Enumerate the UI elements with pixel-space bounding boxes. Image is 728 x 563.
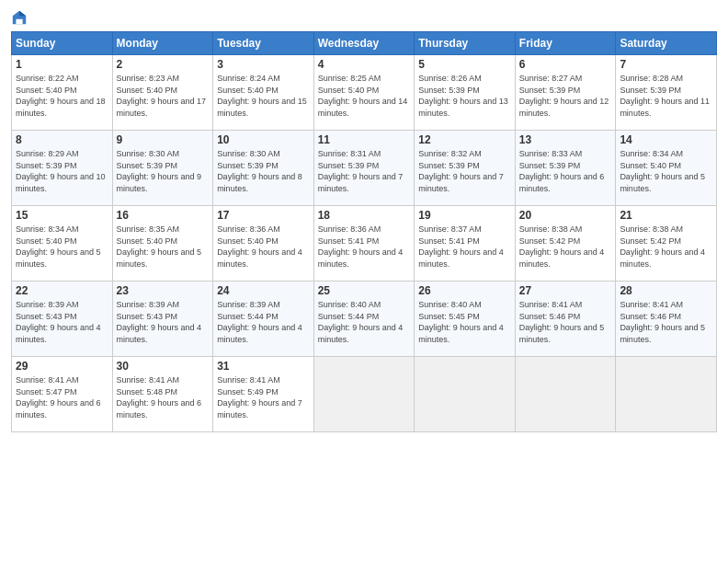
header-row: SundayMondayTuesdayWednesdayThursdayFrid… [12,32,717,55]
day-info: Sunrise: 8:41 AMSunset: 5:49 PMDaylight:… [217,374,310,420]
day-cell: 21 Sunrise: 8:38 AMSunset: 5:42 PMDaylig… [616,206,717,282]
col-header-saturday: Saturday [616,32,717,55]
day-cell: 15 Sunrise: 8:34 AMSunset: 5:40 PMDaylig… [12,206,113,282]
day-cell: 20 Sunrise: 8:38 AMSunset: 5:42 PMDaylig… [515,206,616,282]
day-info: Sunrise: 8:27 AMSunset: 5:39 PMDaylight:… [519,73,612,119]
day-number: 15 [16,209,108,222]
day-cell: 30 Sunrise: 8:41 AMSunset: 5:48 PMDaylig… [112,357,213,432]
day-cell: 3 Sunrise: 8:24 AMSunset: 5:40 PMDayligh… [213,55,314,131]
day-info: Sunrise: 8:22 AMSunset: 5:40 PMDaylight:… [16,73,108,119]
day-info: Sunrise: 8:30 AMSunset: 5:39 PMDaylight:… [217,148,310,194]
day-info: Sunrise: 8:34 AMSunset: 5:40 PMDaylight:… [620,148,712,194]
day-cell: 13 Sunrise: 8:33 AMSunset: 5:39 PMDaylig… [515,131,616,206]
col-header-monday: Monday [112,32,213,55]
day-number: 14 [620,133,712,146]
day-cell: 5 Sunrise: 8:26 AMSunset: 5:39 PMDayligh… [415,55,516,131]
day-cell: 2 Sunrise: 8:23 AMSunset: 5:40 PMDayligh… [112,55,213,131]
day-number: 23 [117,284,210,297]
col-header-thursday: Thursday [415,32,516,55]
day-cell: 16 Sunrise: 8:35 AMSunset: 5:40 PMDaylig… [112,206,213,282]
day-info: Sunrise: 8:23 AMSunset: 5:40 PMDaylight:… [117,73,210,119]
day-number: 12 [418,133,511,146]
day-number: 10 [217,133,310,146]
day-info: Sunrise: 8:24 AMSunset: 5:40 PMDaylight:… [217,73,310,119]
day-cell: 28 Sunrise: 8:41 AMSunset: 5:46 PMDaylig… [616,282,717,357]
day-cell [415,357,516,432]
day-cell: 23 Sunrise: 8:39 AMSunset: 5:43 PMDaylig… [112,282,213,357]
day-info: Sunrise: 8:39 AMSunset: 5:43 PMDaylight:… [16,299,108,345]
day-cell: 14 Sunrise: 8:34 AMSunset: 5:40 PMDaylig… [616,131,717,206]
day-cell: 19 Sunrise: 8:37 AMSunset: 5:41 PMDaylig… [415,206,516,282]
week-row-3: 15 Sunrise: 8:34 AMSunset: 5:40 PMDaylig… [12,206,717,282]
svg-marker-1 [19,11,26,16]
day-cell: 29 Sunrise: 8:41 AMSunset: 5:47 PMDaylig… [12,357,113,432]
day-number: 28 [620,284,712,297]
day-cell [616,357,717,432]
day-info: Sunrise: 8:39 AMSunset: 5:43 PMDaylight:… [117,299,210,345]
day-number: 19 [418,209,511,222]
day-info: Sunrise: 8:32 AMSunset: 5:39 PMDaylight:… [418,148,511,194]
day-number: 2 [117,58,210,71]
day-cell: 22 Sunrise: 8:39 AMSunset: 5:43 PMDaylig… [12,282,113,357]
col-header-friday: Friday [515,32,616,55]
week-row-5: 29 Sunrise: 8:41 AMSunset: 5:47 PMDaylig… [12,357,717,432]
day-info: Sunrise: 8:41 AMSunset: 5:46 PMDaylight:… [620,299,712,345]
day-cell: 8 Sunrise: 8:29 AMSunset: 5:39 PMDayligh… [12,131,113,206]
day-info: Sunrise: 8:34 AMSunset: 5:40 PMDaylight:… [16,224,108,270]
week-row-1: 1 Sunrise: 8:22 AMSunset: 5:40 PMDayligh… [12,55,717,131]
day-number: 17 [217,209,310,222]
day-cell: 7 Sunrise: 8:28 AMSunset: 5:39 PMDayligh… [616,55,717,131]
header [11,9,717,26]
day-number: 18 [318,209,411,222]
day-number: 11 [318,133,411,146]
day-info: Sunrise: 8:28 AMSunset: 5:39 PMDaylight:… [620,73,712,119]
day-info: Sunrise: 8:29 AMSunset: 5:39 PMDaylight:… [16,148,108,194]
day-number: 24 [217,284,310,297]
day-number: 20 [519,209,612,222]
day-number: 31 [217,360,310,373]
day-number: 9 [117,133,210,146]
day-number: 22 [16,284,108,297]
day-number: 30 [117,360,210,373]
day-cell: 4 Sunrise: 8:25 AMSunset: 5:40 PMDayligh… [313,55,415,131]
calendar-table: SundayMondayTuesdayWednesdayThursdayFrid… [11,31,717,432]
day-cell: 24 Sunrise: 8:39 AMSunset: 5:44 PMDaylig… [213,282,314,357]
day-info: Sunrise: 8:35 AMSunset: 5:40 PMDaylight:… [117,224,210,270]
logo [11,9,29,26]
day-number: 8 [16,133,108,146]
day-info: Sunrise: 8:38 AMSunset: 5:42 PMDaylight:… [620,224,712,270]
day-info: Sunrise: 8:33 AMSunset: 5:39 PMDaylight:… [519,148,612,194]
col-header-sunday: Sunday [12,32,113,55]
day-info: Sunrise: 8:38 AMSunset: 5:42 PMDaylight:… [519,224,612,270]
day-number: 16 [117,209,210,222]
day-info: Sunrise: 8:31 AMSunset: 5:39 PMDaylight:… [318,148,411,194]
day-number: 6 [519,58,612,71]
day-number: 5 [418,58,511,71]
day-info: Sunrise: 8:40 AMSunset: 5:45 PMDaylight:… [418,299,511,345]
day-cell: 18 Sunrise: 8:36 AMSunset: 5:41 PMDaylig… [313,206,415,282]
day-number: 4 [318,58,411,71]
day-number: 21 [620,209,712,222]
day-cell: 12 Sunrise: 8:32 AMSunset: 5:39 PMDaylig… [415,131,516,206]
col-header-tuesday: Tuesday [213,32,314,55]
calendar-container: SundayMondayTuesdayWednesdayThursdayFrid… [0,0,728,440]
day-info: Sunrise: 8:36 AMSunset: 5:41 PMDaylight:… [318,224,411,270]
day-cell [313,357,415,432]
day-number: 1 [16,58,108,71]
day-cell: 31 Sunrise: 8:41 AMSunset: 5:49 PMDaylig… [213,357,314,432]
day-info: Sunrise: 8:39 AMSunset: 5:44 PMDaylight:… [217,299,310,345]
day-info: Sunrise: 8:40 AMSunset: 5:44 PMDaylight:… [318,299,411,345]
day-number: 7 [620,58,712,71]
week-row-4: 22 Sunrise: 8:39 AMSunset: 5:43 PMDaylig… [12,282,717,357]
day-number: 26 [418,284,511,297]
logo-icon [11,9,28,26]
day-cell: 6 Sunrise: 8:27 AMSunset: 5:39 PMDayligh… [515,55,616,131]
day-info: Sunrise: 8:25 AMSunset: 5:40 PMDaylight:… [318,73,411,119]
day-info: Sunrise: 8:36 AMSunset: 5:40 PMDaylight:… [217,224,310,270]
day-info: Sunrise: 8:26 AMSunset: 5:39 PMDaylight:… [418,73,511,119]
day-number: 29 [16,360,108,373]
day-info: Sunrise: 8:41 AMSunset: 5:46 PMDaylight:… [519,299,612,345]
day-number: 27 [519,284,612,297]
day-cell: 17 Sunrise: 8:36 AMSunset: 5:40 PMDaylig… [213,206,314,282]
day-info: Sunrise: 8:41 AMSunset: 5:48 PMDaylight:… [117,374,210,420]
